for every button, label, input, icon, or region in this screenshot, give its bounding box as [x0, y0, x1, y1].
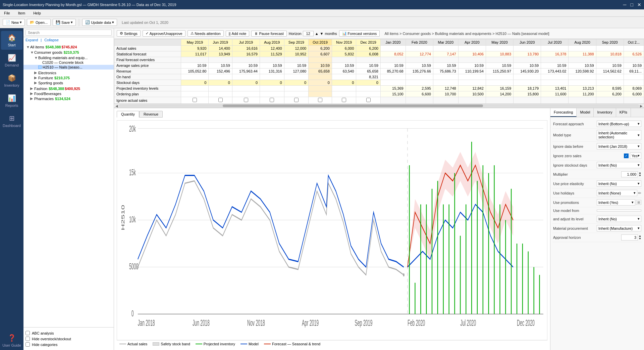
price-elasticity-select[interactable]: Inherit (No)▾: [597, 180, 641, 187]
horizontal-scrollbar[interactable]: ◀ ▶: [114, 104, 644, 108]
scrollbar-track[interactable]: [119, 104, 639, 107]
nav-user-guide[interactable]: ❓ User Guide: [1, 331, 22, 350]
material-procurement-select[interactable]: Inherit (Manufacture)▾: [597, 225, 641, 231]
add-note-button[interactable]: || Add note: [226, 31, 250, 37]
ignore-sales-checkbox-0[interactable]: [193, 98, 197, 102]
abc-analysis-checkbox[interactable]: ABC analysis: [25, 330, 112, 336]
model-type-select[interactable]: Inherit (Automatic selection)▾: [597, 130, 641, 140]
cell-9-0[interactable]: [181, 97, 209, 104]
hide-categories-input[interactable]: [25, 342, 30, 347]
cell-9-4[interactable]: [284, 97, 309, 104]
collapse-link[interactable]: Collapse: [44, 38, 59, 42]
search-input[interactable]: [25, 30, 112, 36]
approval-horizon-input[interactable]: [621, 234, 638, 240]
last-updated-label: Last updated on Oct 1, 2020: [122, 20, 168, 25]
scroll-right-button[interactable]: ▶: [639, 104, 643, 108]
ignore-stockout-select[interactable]: Inherit (No)▾: [597, 162, 641, 168]
adjust-level-select[interactable]: Inherit (No)▾: [597, 216, 641, 222]
save-dropdown-icon[interactable]: ▾: [71, 20, 73, 25]
holidays-select[interactable]: Inherit (None)▾: [597, 190, 637, 196]
table-wrapper[interactable]: May 2019 Jun 2019 Jul 2019 Aug 2019 Sep …: [114, 39, 644, 104]
nav-inventory[interactable]: 📦 Inventory: [1, 71, 22, 90]
cell-7-5: [309, 86, 332, 91]
tab-kpis[interactable]: KPIs: [616, 108, 631, 117]
ignore-zero-checkbox[interactable]: ✓: [624, 154, 629, 158]
tree-row-furniture[interactable]: ▶ Furniture $210,375: [23, 75, 114, 80]
tree-row-food[interactable]: ▶ Food/Beverages: [23, 91, 114, 96]
ignore-sales-checkbox-4[interactable]: [294, 98, 299, 102]
scroll-left-button[interactable]: ◀: [115, 104, 119, 108]
ignore-data-before-select[interactable]: Inherit (Jan 2018)▾: [597, 143, 641, 149]
horizon-stepper-down[interactable]: ▼: [320, 32, 324, 36]
abc-analysis-input[interactable]: [25, 331, 30, 335]
horizon-input[interactable]: [303, 31, 314, 36]
approval-horizon-down[interactable]: ▼: [639, 237, 641, 240]
update-data-button[interactable]: 🔄 Update data ▾: [82, 19, 117, 26]
cell-7-2: [232, 86, 260, 91]
hide-overstock-input[interactable]: [25, 337, 30, 341]
save-button[interactable]: 💾 Save ▾: [53, 19, 76, 26]
holidays-edit-icon[interactable]: ✏: [638, 191, 641, 195]
cell-2-8: [380, 57, 406, 63]
hide-categories-checkbox[interactable]: Hide categories: [25, 342, 112, 347]
close-button[interactable]: ✕: [637, 2, 641, 7]
cell-9-6[interactable]: [332, 97, 356, 104]
pause-forecast-button[interactable]: ⏸ Pause forecast: [251, 31, 286, 37]
multiplier-input[interactable]: [621, 171, 638, 177]
tree-row-all-items[interactable]: ▼ All items $548,388 $745,824: [23, 45, 114, 49]
update-dropdown-icon[interactable]: ▾: [112, 20, 114, 25]
note-icon: ||: [229, 32, 231, 36]
scrollbar-thumb[interactable]: [223, 104, 483, 107]
hide-overstock-checkbox[interactable]: Hide overstock/stockout: [25, 336, 112, 342]
menu-help[interactable]: Help: [32, 10, 42, 16]
horizon-stepper-up[interactable]: ▲: [315, 32, 319, 36]
cell-8-13: 15,800: [514, 91, 541, 97]
tab-model[interactable]: Model: [577, 108, 594, 117]
menu-file[interactable]: File: [3, 10, 11, 16]
approve-button[interactable]: ✓ Approve/Unapprove: [143, 30, 185, 37]
nav-start[interactable]: 🏠 Start: [1, 31, 22, 50]
open-button[interactable]: 📂 Open...: [27, 19, 51, 26]
tree-row-c1020[interactable]: C1020 — Concrete block: [23, 60, 114, 65]
tree-row-h2510[interactable]: H2510 — Nails [seaso...: [23, 65, 114, 70]
new-dropdown-icon[interactable]: ▾: [20, 20, 22, 25]
tab-inventory[interactable]: Inventory: [594, 108, 616, 117]
cell-9-5[interactable]: [309, 97, 332, 104]
ignore-sales-checkbox-6[interactable]: [342, 98, 346, 102]
promotions-edit-icon[interactable]: ⊞: [636, 200, 641, 205]
ignore-sales-checkbox-5[interactable]: [318, 98, 322, 102]
settings-button[interactable]: ⚙ Settings: [117, 30, 141, 37]
forecast-approach-select[interactable]: Inherit (Bottom-up)▾: [597, 121, 641, 127]
cell-9-3[interactable]: [260, 97, 284, 104]
nav-dashboard[interactable]: ⊞ Dashboard: [1, 112, 22, 130]
cell-9-1[interactable]: [209, 97, 232, 104]
tab-forecasting[interactable]: Forecasting: [550, 108, 577, 117]
ignore-sales-checkbox-2[interactable]: [244, 98, 248, 102]
tree-row-pharmacies[interactable]: ▶ Pharmacies $134,524: [23, 96, 114, 101]
tree-row-building[interactable]: ▼ Building materials and equip...: [23, 55, 114, 60]
expand-link[interactable]: Expand: [25, 38, 38, 42]
ignore-sales-checkbox-1[interactable]: [218, 98, 223, 102]
needs-attention-button[interactable]: ⚠ Needs attention: [187, 30, 224, 37]
ignore-sales-checkbox-3[interactable]: [270, 98, 274, 102]
tab-revenue[interactable]: Revenue: [139, 111, 163, 118]
tree-row-sporting[interactable]: ▶ Sporting goods: [23, 80, 114, 85]
tree-row-consumer-goods[interactable]: ▼ Consumer goods $210,375: [23, 50, 114, 55]
menu-item[interactable]: Item: [17, 10, 26, 16]
ignore-zero-select[interactable]: Yes▾: [630, 152, 641, 159]
cell-9-7[interactable]: [356, 97, 381, 104]
tree-row-fashion[interactable]: ▶ Fashion $548,388 $400,925: [23, 86, 114, 91]
multiplier-down[interactable]: ▼: [639, 174, 641, 177]
nav-demand[interactable]: 📈 Demand: [1, 51, 22, 70]
ignore-sales-checkbox-7[interactable]: [366, 98, 371, 102]
minimize-button[interactable]: ─: [623, 2, 627, 7]
nav-reports[interactable]: 📊 Reports: [1, 91, 22, 110]
cell-9-2[interactable]: [232, 97, 260, 104]
tab-quantity[interactable]: Quantity: [117, 111, 139, 118]
promotions-select[interactable]: Inherit (Yes)▾: [597, 199, 635, 206]
maximize-button[interactable]: □: [631, 2, 633, 7]
tree-row-electronics[interactable]: ▶ Electronics: [23, 70, 114, 75]
new-button[interactable]: 📄 New ▾: [3, 19, 25, 26]
use-model-from-input[interactable]: [597, 210, 641, 212]
forecast-versions-button[interactable]: 📊 Forecast versions: [339, 30, 380, 37]
